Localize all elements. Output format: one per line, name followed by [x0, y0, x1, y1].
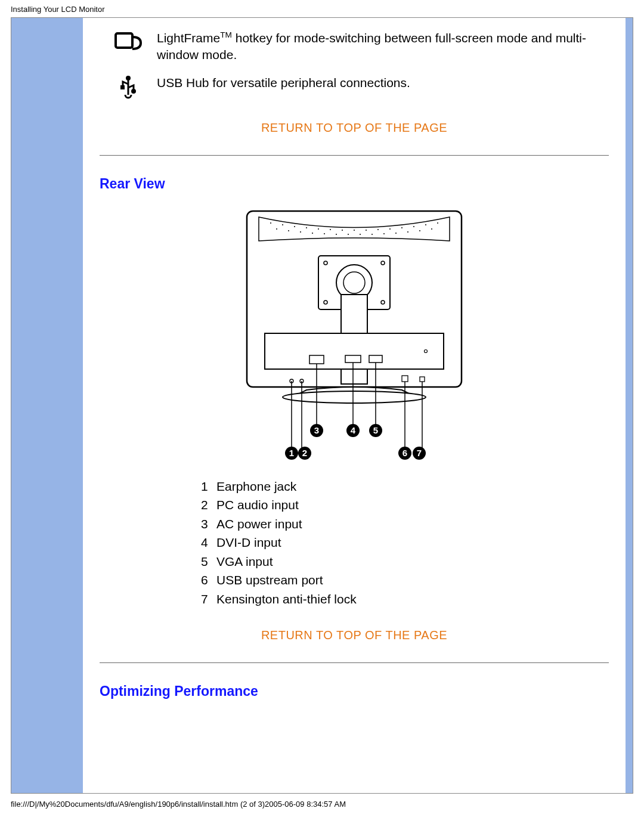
svg-point-22	[288, 230, 289, 231]
svg-point-30	[383, 233, 385, 234]
svg-rect-51	[402, 376, 408, 382]
main-content: LightFrameTM hotkey for mode-switching b…	[83, 18, 633, 793]
svg-rect-0	[116, 33, 132, 48]
svg-point-10	[318, 228, 319, 230]
svg-point-23	[300, 231, 301, 233]
callout-6: 6	[402, 448, 407, 458]
svg-rect-52	[420, 377, 425, 382]
svg-point-53	[283, 391, 426, 403]
svg-point-28	[360, 234, 361, 235]
svg-point-19	[425, 224, 426, 225]
return-to-top-link-1[interactable]: RETURN TO TOP OF THE PAGE	[100, 121, 609, 135]
svg-point-20	[437, 222, 438, 224]
optimizing-heading: Optimizing Performance	[100, 683, 609, 699]
callout-7: 7	[417, 448, 422, 458]
content-frame: LightFrameTM hotkey for mode-switching b…	[11, 17, 633, 794]
svg-point-41	[343, 272, 365, 293]
rear-view-heading: Rear View	[100, 176, 609, 192]
svg-point-6	[270, 222, 271, 224]
port-row-4: 4DVI-D input	[201, 533, 609, 552]
feature-usb: USB Hub for versatile peripheral connect…	[100, 75, 609, 103]
port-row-5: 5VGA input	[201, 552, 609, 571]
svg-point-26	[336, 234, 337, 235]
port-row-1: 1Earphone jack	[201, 477, 609, 496]
page-header: Installing Your LCD Monitor	[0, 0, 644, 17]
svg-point-25	[324, 233, 325, 234]
svg-point-33	[419, 230, 420, 231]
svg-point-7	[282, 224, 283, 225]
port-list: 1Earphone jack 2PC audio input 3AC power…	[100, 477, 609, 609]
port-row-3: 3AC power input	[201, 515, 609, 534]
port-row-2: 2PC audio input	[201, 496, 609, 515]
svg-point-32	[407, 231, 408, 233]
svg-point-15	[377, 229, 379, 230]
svg-point-16	[389, 228, 391, 230]
port-row-6: 6USB upstream port	[201, 571, 609, 590]
svg-point-31	[395, 233, 397, 234]
feature-lightframe-text: LightFrameTM hotkey for mode-switching b…	[157, 30, 609, 64]
svg-point-34	[431, 228, 432, 230]
svg-point-14	[366, 230, 367, 231]
callout-2: 2	[302, 448, 307, 458]
svg-point-11	[330, 229, 331, 230]
svg-point-21	[276, 228, 277, 230]
svg-rect-44	[265, 333, 444, 369]
divider-2	[100, 662, 609, 663]
callout-3: 3	[314, 425, 319, 435]
callout-5: 5	[373, 425, 378, 435]
sidebar-placeholder	[11, 18, 83, 793]
callout-4: 4	[351, 425, 356, 435]
feature-usb-text: USB Hub for versatile peripheral connect…	[157, 75, 609, 91]
rear-view-diagram: 3 4 5 1 2 6 7	[100, 205, 609, 462]
svg-point-27	[348, 234, 349, 235]
lightframe-icon	[113, 30, 143, 58]
svg-point-24	[312, 233, 313, 234]
usb-icon	[119, 75, 137, 103]
svg-rect-45	[309, 355, 324, 364]
return-to-top-link-2[interactable]: RETURN TO TOP OF THE PAGE	[100, 628, 609, 642]
svg-point-29	[371, 234, 373, 235]
svg-point-17	[401, 227, 402, 228]
svg-point-9	[306, 227, 307, 228]
svg-point-4	[131, 89, 136, 94]
svg-rect-47	[369, 355, 382, 363]
svg-rect-46	[345, 355, 361, 363]
port-row-7: 7Kensington anti-thief lock	[201, 590, 609, 609]
svg-point-12	[342, 230, 343, 231]
page-footer-path: file:///D|/My%20Documents/dfu/A9/english…	[0, 794, 644, 809]
svg-point-8	[294, 226, 295, 227]
divider-1	[100, 155, 609, 156]
feature-lightframe: LightFrameTM hotkey for mode-switching b…	[100, 30, 609, 64]
svg-point-13	[354, 230, 355, 231]
callout-1: 1	[289, 448, 294, 458]
svg-point-18	[413, 226, 414, 227]
svg-rect-3	[120, 85, 125, 89]
